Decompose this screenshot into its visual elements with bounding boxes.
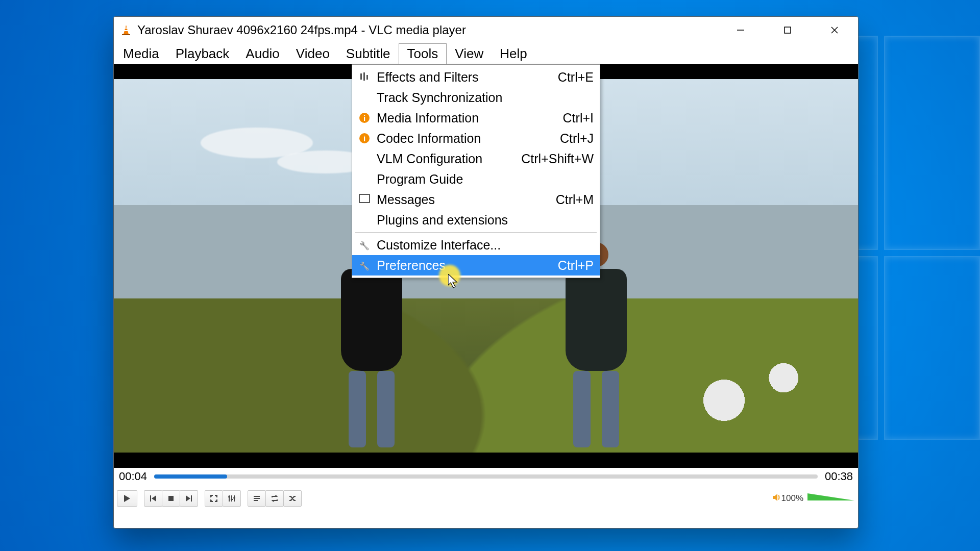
svg-rect-21 (254, 496, 260, 497)
menu-item-label: Program Guide (377, 172, 463, 187)
svg-rect-2 (124, 30, 129, 31)
menu-bar: MediaPlaybackAudioVideoSubtitleToolsView… (114, 43, 858, 64)
menu-item-media-information[interactable]: iMedia InformationCtrl+I (352, 108, 600, 128)
menu-item-label: Codec Information (377, 131, 481, 146)
menu-item-customize-interface[interactable]: Customize Interface... (352, 235, 600, 255)
menu-subtitle[interactable]: Subtitle (338, 43, 399, 64)
volume-slider[interactable] (807, 494, 854, 503)
shuffle-button[interactable] (283, 490, 302, 507)
svg-rect-23 (254, 500, 258, 501)
svg-rect-22 (254, 498, 260, 499)
wallpaper-pane (884, 256, 980, 440)
stop-button[interactable] (162, 490, 180, 507)
svg-marker-24 (773, 494, 777, 501)
menu-item-plugins-and-extensions[interactable]: Plugins and extensions (352, 210, 600, 230)
mouse-cursor (448, 274, 459, 291)
seek-bar: 00:04 00:38 (114, 468, 858, 485)
svg-rect-19 (231, 499, 233, 500)
seek-track[interactable] (154, 474, 818, 479)
menu-item-shortcut: Ctrl+I (563, 111, 594, 126)
svg-marker-11 (152, 495, 156, 502)
svg-rect-10 (150, 495, 151, 502)
menu-item-preferences[interactable]: PreferencesCtrl+P (352, 255, 600, 276)
svg-rect-5 (785, 27, 791, 33)
time-elapsed: 00:04 (119, 470, 147, 483)
menu-separator (355, 232, 597, 233)
seek-progress (154, 474, 227, 479)
svg-marker-9 (124, 495, 130, 502)
menu-item-track-synchronization[interactable]: Track Synchronization (352, 87, 600, 108)
menu-item-vlm-configuration[interactable]: VLM ConfigurationCtrl+Shift+W (352, 148, 600, 169)
svg-rect-18 (228, 496, 230, 497)
menu-item-label: Customize Interface... (377, 238, 501, 253)
menu-item-program-guide[interactable]: Program Guide (352, 169, 600, 189)
menu-item-label: Effects and Filters (377, 70, 479, 85)
maximize-button[interactable] (764, 17, 811, 43)
svg-rect-14 (191, 495, 192, 502)
menu-item-label: Preferences (377, 258, 446, 273)
svg-rect-3 (122, 34, 130, 35)
menu-item-label: Track Synchronization (377, 90, 502, 105)
menu-item-effects-and-filters[interactable]: Effects and FiltersCtrl+E (352, 67, 600, 87)
menu-audio[interactable]: Audio (237, 43, 288, 64)
vlc-cone-icon (120, 24, 132, 36)
menu-item-label: Messages (377, 192, 435, 207)
volume-label: 100% (781, 493, 803, 504)
menu-item-shortcut: Ctrl+Shift+W (521, 152, 594, 166)
menu-item-label: Media Information (377, 111, 479, 126)
vlc-window: Yaroslav Shuraev 4096x2160 24fps.mp4 - V… (113, 16, 859, 529)
close-button[interactable] (811, 17, 858, 43)
titlebar[interactable]: Yaroslav Shuraev 4096x2160 24fps.mp4 - V… (114, 17, 858, 43)
menu-help[interactable]: Help (492, 43, 535, 64)
next-button[interactable] (180, 490, 198, 507)
svg-rect-15 (229, 495, 230, 502)
wallpaper-pane (884, 36, 980, 250)
menu-item-messages[interactable]: MessagesCtrl+M (352, 189, 600, 210)
menu-view[interactable]: View (447, 43, 492, 64)
menu-item-shortcut: Ctrl+M (556, 192, 594, 207)
menu-item-shortcut: Ctrl+J (560, 131, 594, 146)
fullscreen-button[interactable] (205, 490, 223, 507)
menu-playback[interactable]: Playback (167, 43, 238, 64)
loop-button[interactable] (265, 490, 284, 507)
svg-rect-1 (124, 28, 128, 29)
mute-button[interactable] (772, 492, 781, 505)
menu-media[interactable]: Media (115, 43, 167, 64)
playlist-button[interactable] (248, 490, 266, 507)
svg-marker-8 (448, 274, 457, 288)
menu-video[interactable]: Video (288, 43, 338, 64)
svg-rect-16 (231, 495, 232, 502)
window-title: Yaroslav Shuraev 4096x2160 24fps.mp4 - V… (137, 23, 466, 37)
svg-marker-13 (186, 495, 190, 502)
menu-tools[interactable]: Tools (399, 43, 447, 64)
svg-rect-12 (168, 496, 174, 501)
extended-settings-button[interactable] (223, 490, 241, 507)
playback-controls: 100% (114, 485, 858, 514)
tools-menu-dropdown: Effects and FiltersCtrl+ETrack Synchroni… (352, 64, 600, 278)
svg-marker-0 (124, 25, 129, 34)
menu-item-label: VLM Configuration (377, 152, 482, 166)
svg-rect-20 (233, 497, 235, 498)
menu-item-label: Plugins and extensions (377, 213, 508, 228)
menu-item-codec-information[interactable]: iCodec InformationCtrl+J (352, 128, 600, 148)
play-button[interactable] (117, 490, 137, 507)
menu-item-shortcut: Ctrl+E (558, 70, 594, 85)
minimize-button[interactable] (717, 17, 764, 43)
menu-item-shortcut: Ctrl+P (558, 258, 594, 273)
time-total: 00:38 (825, 470, 853, 483)
previous-button[interactable] (144, 490, 162, 507)
